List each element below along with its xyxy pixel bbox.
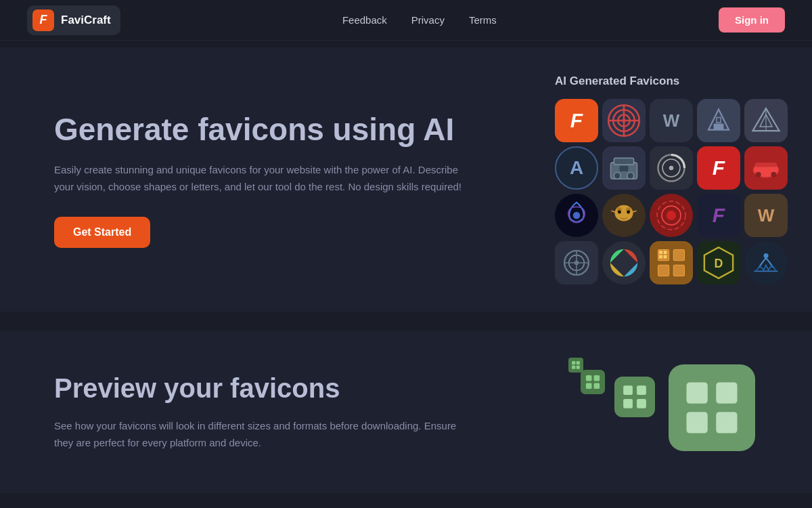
preview-left: Preview your favicons See how your favic…: [54, 358, 528, 466]
preview-icon-md: [614, 377, 655, 417]
svg-rect-66: [586, 383, 592, 389]
svg-point-25: [771, 172, 776, 177]
svg-point-44: [574, 261, 579, 266]
preview-icon-lg: [669, 364, 755, 451]
svg-rect-64: [586, 375, 592, 381]
svg-rect-69: [637, 385, 646, 395]
svg-rect-74: [687, 412, 708, 433]
svg-point-24: [756, 172, 761, 177]
svg-rect-71: [637, 399, 646, 408]
favicon-grid: F W: [555, 99, 785, 284]
svg-point-58: [764, 253, 769, 258]
favicon-item: [744, 241, 788, 284]
preview-icon-sm: [581, 370, 605, 394]
svg-rect-50: [673, 265, 684, 276]
favicon-item: [602, 194, 646, 237]
preview-icon-xs: [568, 358, 583, 373]
favicon-item: [602, 241, 646, 284]
favicon-item: [602, 99, 646, 142]
svg-rect-53: [659, 255, 662, 259]
svg-rect-67: [594, 383, 600, 389]
preview-icons-group: [555, 358, 785, 466]
svg-rect-52: [664, 251, 667, 254]
favicon-item: F: [555, 99, 598, 142]
nav-privacy[interactable]: Privacy: [411, 14, 445, 26]
svg-point-57: [750, 247, 783, 280]
svg-rect-70: [623, 399, 633, 408]
favicon-item: F: [697, 146, 740, 190]
svg-point-39: [667, 211, 676, 220]
favicon-item: [650, 146, 693, 190]
favicon-item: [555, 241, 598, 284]
favicon-item: W: [650, 99, 693, 142]
svg-rect-65: [594, 375, 600, 381]
svg-rect-51: [659, 251, 662, 254]
svg-rect-63: [577, 366, 580, 369]
svg-rect-75: [716, 412, 737, 433]
logo-text: FaviCraft: [61, 14, 111, 27]
main-content: Generate favicons using AI Easily create…: [0, 41, 812, 493]
sign-in-button[interactable]: Sign in: [719, 7, 785, 33]
svg-rect-7: [714, 124, 724, 130]
svg-text:D: D: [715, 257, 723, 270]
svg-rect-54: [664, 255, 667, 259]
favicon-item: [650, 194, 693, 237]
hero-description: Easily create stunning and unique favico…: [54, 162, 474, 196]
svg-point-19: [669, 166, 674, 171]
navbar: F FaviCraft Feedback Privacy Terms Sign …: [0, 0, 812, 41]
hero-title: Generate favicons using AI: [54, 111, 514, 148]
favicon-section-title: AI Generated Favicons: [555, 75, 785, 88]
nav-links: Feedback Privacy Terms: [342, 14, 497, 26]
hero-left: Generate favicons using AI Easily create…: [54, 75, 528, 284]
favicon-item: D: [697, 241, 740, 284]
svg-rect-68: [623, 385, 633, 395]
svg-point-15: [627, 173, 634, 179]
get-started-button[interactable]: Get Started: [54, 217, 150, 248]
preview-description: See how your favicons will look in diffe…: [54, 418, 460, 452]
svg-rect-8: [717, 118, 721, 123]
svg-rect-16: [620, 166, 629, 171]
nav-feedback[interactable]: Feedback: [342, 14, 387, 26]
favicon-item: W: [744, 194, 788, 237]
svg-point-46: [619, 258, 629, 268]
svg-rect-73: [716, 383, 737, 404]
svg-rect-60: [572, 361, 575, 364]
favicon-item: [650, 241, 693, 284]
svg-point-14: [614, 173, 621, 179]
favicon-item: [744, 146, 788, 190]
favicon-item: [697, 99, 740, 142]
svg-rect-13: [614, 158, 633, 165]
preview-section: Preview your favicons See how your favic…: [0, 331, 812, 493]
logo-icon: F: [32, 9, 54, 31]
svg-rect-72: [687, 383, 708, 404]
nav-terms[interactable]: Terms: [469, 14, 497, 26]
favicon-item: [744, 99, 788, 142]
favicon-item: [555, 194, 598, 237]
svg-rect-61: [577, 361, 580, 364]
svg-point-27: [573, 212, 581, 219]
section-divider: [0, 318, 812, 324]
favicon-grid-section: AI Generated Favicons F: [555, 75, 785, 284]
svg-rect-49: [658, 265, 669, 276]
svg-rect-62: [572, 366, 575, 369]
favicon-item: F: [697, 194, 740, 237]
logo[interactable]: F FaviCraft: [27, 5, 120, 35]
favicon-item: A: [555, 146, 598, 190]
svg-rect-23: [755, 163, 777, 167]
hero-section: Generate favicons using AI Easily create…: [0, 47, 812, 312]
svg-rect-48: [673, 250, 684, 261]
favicon-item: [602, 146, 646, 190]
preview-title: Preview your favicons: [54, 372, 528, 404]
